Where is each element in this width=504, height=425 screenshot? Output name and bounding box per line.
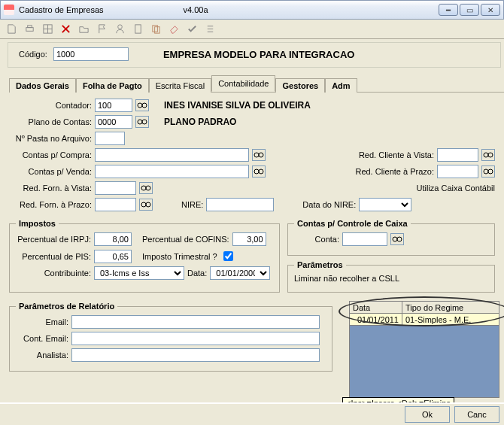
svg-point-15 [142, 103, 147, 108]
pasta-input[interactable] [95, 132, 125, 145]
cancel-button[interactable]: Canc [454, 406, 499, 423]
svg-point-27 [146, 186, 150, 190]
svg-point-30 [393, 237, 397, 241]
contas-compra-input[interactable] [95, 148, 249, 162]
regime-row-data: 01/01/2011 [350, 314, 402, 326]
tool-user-icon[interactable] [111, 21, 128, 38]
contas-caixa-legend: Contas p/ Controle de Caixa [294, 219, 411, 228]
svg-point-17 [142, 120, 147, 124]
conta-lookup-icon[interactable] [390, 233, 404, 245]
svg-point-28 [141, 202, 146, 207]
red-cli-vista-input[interactable] [437, 148, 478, 162]
trimestral-checkbox[interactable] [223, 251, 233, 261]
maximize-button[interactable]: ▭ [460, 4, 479, 16]
pis-input[interactable] [94, 250, 132, 263]
svg-rect-0 [26, 28, 32, 32]
svg-point-19 [259, 153, 263, 157]
conta-input[interactable] [342, 232, 387, 246]
email-label: Email: [16, 317, 68, 326]
regime-grid[interactable]: Data Tipo do Regime 01/01/2011 01-Simple… [349, 301, 499, 398]
contas-compra-lookup-icon[interactable] [252, 149, 266, 161]
contribuinte-label: Contribuinte: [16, 269, 91, 278]
nire-input[interactable] [206, 198, 274, 211]
button-bar: Ok Canc [0, 402, 504, 425]
regime-col-data[interactable]: Data [350, 302, 402, 314]
data-nire-label: Data do NIRE: [302, 200, 356, 209]
svg-point-29 [146, 202, 150, 207]
contas-compra-label: Contas p/ Compra: [9, 150, 92, 159]
tool-delete-icon[interactable] [57, 21, 74, 38]
tool-new-icon[interactable] [3, 21, 20, 38]
contribuinte-select[interactable]: 03-Icms e Iss [94, 266, 184, 280]
svg-point-22 [254, 169, 259, 174]
imp-data-select[interactable]: 01/01/2000 [210, 266, 270, 280]
app-icon [4, 5, 14, 15]
title-bar: Cadastro de Empresas v4.00a ━ ▭ ✕ [0, 0, 504, 20]
tool-erase-icon[interactable] [165, 21, 182, 38]
minimize-button[interactable]: ━ [439, 4, 458, 16]
red-forn-vista-lookup-icon[interactable] [139, 182, 153, 194]
tab-adm[interactable]: Adm [325, 78, 357, 93]
contador-label: Contador: [9, 101, 92, 110]
svg-point-18 [254, 153, 259, 157]
contador-lookup-icon[interactable] [135, 99, 149, 111]
red-cli-prazo-lookup-icon[interactable] [481, 165, 495, 178]
contas-caixa-group: Contas p/ Controle de Caixa Conta: [287, 219, 495, 256]
toolbar [0, 20, 504, 39]
tool-print-icon[interactable] [21, 21, 38, 38]
analista-input[interactable] [71, 348, 320, 362]
tab-dados-gerais[interactable]: Dados Gerais [9, 78, 76, 93]
impostos-legend: Impostos [16, 219, 59, 228]
red-cli-prazo-input[interactable] [437, 165, 478, 178]
tab-bar: Dados Gerais Folha de Pagto Escrita Fisc… [9, 75, 504, 93]
red-cli-vista-lookup-icon[interactable] [481, 149, 495, 161]
impostos-group: Impostos Percentual de IRPJ: Percentual … [9, 219, 280, 293]
pis-label: Percentual de PIS: [16, 252, 91, 261]
codigo-input[interactable] [53, 47, 129, 61]
tool-check-icon[interactable] [184, 21, 200, 38]
cont-email-input[interactable] [71, 332, 320, 345]
cofins-input[interactable] [232, 232, 266, 246]
regime-grid-body[interactable] [349, 326, 499, 398]
red-forn-vista-label: Red. Forn. à Vista: [9, 184, 92, 193]
tool-flag-icon[interactable] [93, 21, 110, 38]
svg-point-7 [117, 25, 122, 29]
pasta-label: Nº Pasta no Arquivo: [9, 134, 92, 143]
tab-gestores[interactable]: Gestores [275, 78, 325, 93]
svg-point-24 [484, 169, 488, 174]
red-forn-prazo-input[interactable] [95, 198, 136, 211]
tool-copy-icon[interactable] [147, 21, 164, 38]
tab-contabilidade[interactable]: Contabilidade [211, 75, 275, 92]
window-title: Cadastro de Empresas [19, 5, 104, 14]
data-nire-select[interactable] [359, 198, 411, 211]
regime-row-tipo: 01-Simples - M.E. [402, 314, 499, 326]
plano-input[interactable] [95, 115, 132, 129]
irpj-label: Percentual de IRPJ: [16, 235, 91, 244]
irpj-input[interactable] [94, 232, 132, 246]
close-button[interactable]: ✕ [481, 4, 500, 16]
tool-grid-icon[interactable] [39, 21, 56, 38]
email-input[interactable] [71, 315, 320, 329]
red-cli-vista-label: Red. Cliente à Vista: [344, 150, 434, 159]
tool-doc-icon[interactable] [129, 21, 146, 38]
regime-col-tipo[interactable]: Tipo do Regime [402, 302, 499, 314]
tool-folder-icon[interactable] [75, 21, 92, 38]
contas-venda-lookup-icon[interactable] [252, 165, 266, 178]
parametros-group: Parâmetros Liminar não recolher a CSLL [287, 260, 495, 293]
nire-label: NIRE: [181, 200, 203, 209]
codigo-section: Código: EMPRESA MODELO PARA INTEGRACAO [8, 42, 501, 68]
contas-venda-input[interactable] [95, 165, 249, 178]
plano-lookup-icon[interactable] [135, 116, 149, 128]
contador-input[interactable] [95, 99, 132, 112]
ok-button[interactable]: Ok [405, 406, 450, 423]
table-row[interactable]: 01/01/2011 01-Simples - M.E. [350, 314, 499, 326]
tab-folha-pagto[interactable]: Folha de Pagto [76, 78, 149, 93]
tool-list-icon[interactable] [202, 21, 218, 38]
red-forn-prazo-lookup-icon[interactable] [139, 199, 153, 211]
cont-email-label: Cont. Email: [16, 334, 68, 343]
red-forn-vista-input[interactable] [95, 181, 136, 195]
version-label: v4.00a [184, 5, 208, 14]
analista-label: Analista: [16, 351, 68, 360]
tab-escrita-fiscal[interactable]: Escrita Fiscal [149, 78, 211, 93]
svg-point-20 [484, 153, 488, 157]
